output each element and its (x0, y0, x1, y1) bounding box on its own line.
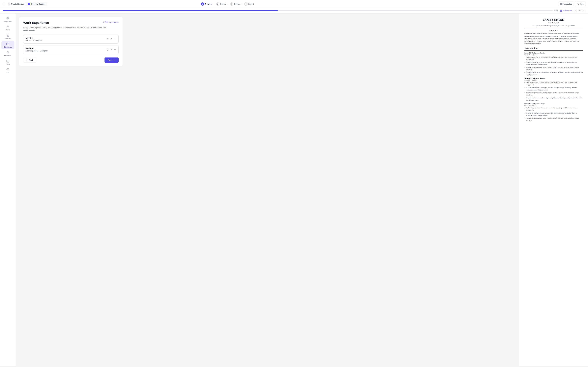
target-icon (6, 16, 10, 20)
resume-job-title-text: Senior UX Designer at Google (524, 103, 583, 105)
next-button[interactable]: Next (104, 58, 119, 63)
drag-amazon-button[interactable] (110, 49, 112, 51)
experience-list: Google Senior UX Designer (23, 34, 119, 54)
exp-item-google: Google Senior UX Designer (23, 34, 119, 44)
svg-rect-4 (561, 4, 561, 5)
nav-right: Templates Tips (558, 2, 586, 6)
resume-name: JAMES SPARK (524, 18, 583, 21)
resume-bullet-item: Created user personas and journey maps t… (527, 117, 583, 122)
svg-point-26 (111, 39, 111, 39)
resume-job-bullets: Led design projects for the e-commerce p… (524, 56, 583, 76)
svg-point-31 (111, 49, 112, 49)
step-arrow-3: › (242, 3, 242, 5)
resume-profile-text: Creative and detail-oriented Product Des… (524, 32, 583, 45)
resume-job-date-text: Oct 2012 — Sep 2015 (524, 105, 583, 106)
auto-saved-label: auto saved (563, 10, 572, 12)
step-review[interactable]: 3 Review (229, 1, 242, 7)
resume-bullet-item: Developed wireframes, prototypes, and hi… (527, 87, 583, 91)
resume-preview: JAMES SPARK Web-Designer Los Angeles, Un… (519, 14, 588, 366)
resume-job-title-text: Senior UX Designer at Google (524, 52, 583, 54)
hamburger-button[interactable] (2, 2, 7, 6)
svg-rect-20 (8, 61, 9, 62)
templates-button[interactable]: Templates (558, 2, 574, 6)
svg-rect-19 (7, 61, 8, 62)
step-export[interactable]: 4 Export (243, 1, 255, 7)
resume-bullet-item: Developed wireframes and prototypes usin… (527, 97, 583, 101)
panel-description: Add your employment history, including j… (23, 26, 119, 32)
resume-bullet-item: Led design projects for the e-commerce p… (527, 81, 583, 86)
svg-point-29 (111, 39, 112, 40)
next-label: Next (108, 59, 112, 61)
progress-percent: 50% (554, 10, 558, 12)
svg-rect-17 (7, 60, 8, 61)
exp-role-amazon: User Experience Designer (26, 50, 48, 52)
step-3-label: Review (234, 3, 240, 5)
summary-label: Summary (4, 38, 11, 39)
resume-bullet-item: Led design projects for the e-commerce p… (527, 107, 583, 112)
panel-footer: Back Next (23, 58, 119, 63)
back-button[interactable]: Back (23, 58, 36, 63)
exp-item-info-amazon: Amazon User Experience Designer (26, 47, 48, 52)
svg-point-10 (7, 26, 9, 27)
add-experience-button[interactable]: + Add experience (103, 21, 119, 23)
svg-point-30 (111, 49, 111, 49)
page-indicator: 1 / 2 (578, 10, 581, 12)
sidebar-item-target-job[interactable]: Target Job (1, 15, 14, 23)
delete-amazon-button[interactable] (106, 49, 109, 51)
sidebar-item-education[interactable]: Education (1, 50, 14, 58)
resume-bullet-item: Developed wireframes and prototypes usin… (527, 71, 583, 76)
content-area: Work Experience + Add experience Add you… (16, 14, 519, 366)
auto-saved-indicator: auto saved (560, 10, 572, 12)
resume-jobs-container: Senior UX Designer at GoogleOct 2012 — S… (524, 52, 583, 122)
svg-rect-11 (7, 34, 9, 37)
resume-bullet-item: Created user personas and journey maps t… (527, 92, 583, 96)
step-arrow-2: › (228, 3, 228, 5)
resume-bullet-item: Led design projects for the e-commerce p… (527, 56, 583, 61)
svg-point-24 (111, 38, 111, 39)
sidebar-item-profile[interactable]: Profile (1, 24, 14, 32)
progress-bar-fill (3, 10, 278, 11)
panel-header: Work Experience + Add experience (23, 21, 119, 25)
add-icon (6, 68, 10, 71)
resume-bullet-item: Developed wireframes, prototypes, and hi… (527, 61, 583, 66)
svg-point-33 (111, 49, 112, 50)
add-label: Add (7, 72, 9, 74)
expand-google-button[interactable] (114, 38, 116, 40)
sidebar-item-experience[interactable]: Experience (1, 41, 14, 49)
prev-page-button[interactable]: ‹ (574, 9, 577, 12)
sidebar-item-summary[interactable]: Summary (1, 32, 14, 41)
step-content[interactable]: 1 Content (200, 1, 214, 7)
exp-company-google: Google (26, 37, 42, 39)
resume-bullet-item: Developed wireframes, prototypes, and hi… (527, 112, 583, 117)
resume-job-entry: Senior UX Designer at GoogleOct 2012 — S… (524, 52, 583, 76)
page-nav: ‹ 1 / 2 › (574, 9, 585, 12)
user-icon (6, 25, 10, 28)
step-1-label: Content (205, 3, 212, 5)
exp-actions-amazon (106, 49, 116, 51)
svg-point-9 (8, 18, 8, 18)
resume-work-heading: Work Experience (524, 47, 583, 49)
tips-button[interactable]: Tips (575, 2, 586, 6)
svg-point-35 (111, 50, 112, 50)
profile-label: Profile (6, 29, 10, 31)
title-badge[interactable]: Title: My Resume (26, 2, 47, 6)
expand-amazon-button[interactable] (114, 49, 116, 51)
svg-point-28 (111, 39, 111, 40)
drag-google-button[interactable] (110, 38, 112, 40)
resume-job-title-text: Senior UX Designer at Amazon (524, 77, 583, 79)
step-2-label: Format (220, 3, 226, 5)
skills-label: Skills (6, 63, 10, 65)
next-page-button[interactable]: › (583, 9, 585, 12)
main-layout: Target Job Profile Summary Experience Ed… (0, 14, 588, 366)
delete-google-button[interactable] (106, 38, 109, 40)
step-2-num: 2 (216, 2, 219, 6)
svg-rect-3 (562, 3, 562, 4)
step-format[interactable]: 2 Format (215, 1, 227, 7)
close-create-button[interactable]: Create Resume (8, 3, 24, 5)
target-job-label: Target Job (4, 20, 11, 22)
sidebar-item-add[interactable]: Add (1, 67, 14, 75)
sidebar-item-skills[interactable]: Skills (1, 58, 14, 66)
resume-job-title: Web-Designer (524, 22, 583, 24)
step-3-num: 3 (230, 2, 233, 6)
step-arrow-1: › (214, 3, 215, 5)
